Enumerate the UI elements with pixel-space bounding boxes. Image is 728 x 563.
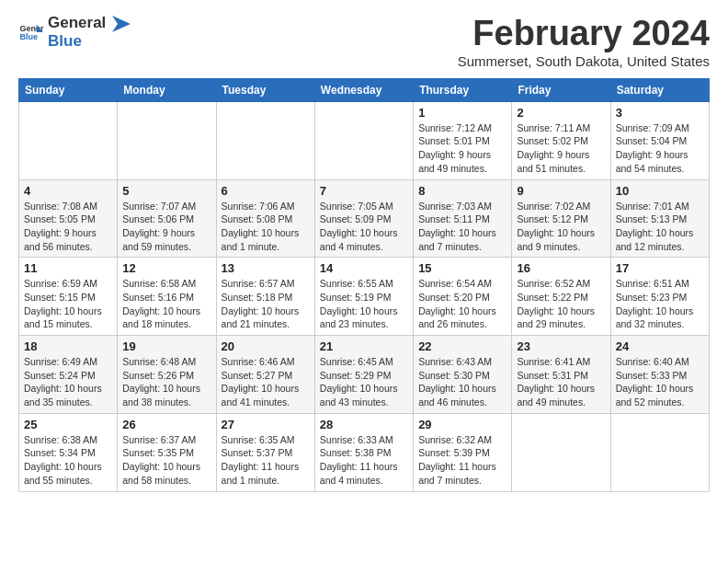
day-info: Sunrise: 7:02 AM Sunset: 5:12 PM Dayligh…	[517, 200, 605, 254]
day-number: 3	[616, 106, 704, 120]
day-number: 22	[418, 339, 506, 353]
calendar-cell	[19, 101, 118, 179]
header-row: SundayMondayTuesdayWednesdayThursdayFrid…	[19, 78, 710, 101]
day-info: Sunrise: 7:05 AM Sunset: 5:09 PM Dayligh…	[320, 200, 408, 254]
day-number: 25	[24, 418, 112, 431]
day-number: 5	[122, 184, 210, 198]
calendar-cell: 20Sunrise: 6:46 AM Sunset: 5:27 PM Dayli…	[216, 336, 314, 414]
week-row-5: 25Sunrise: 6:38 AM Sunset: 5:34 PM Dayli…	[19, 413, 710, 491]
day-number: 9	[517, 184, 605, 198]
day-number: 13	[222, 261, 310, 275]
day-number: 2	[517, 106, 605, 120]
calendar-table: SundayMondayTuesdayWednesdayThursdayFrid…	[18, 78, 710, 492]
day-info: Sunrise: 6:46 AM Sunset: 5:27 PM Dayligh…	[222, 355, 310, 409]
day-info: Sunrise: 6:49 AM Sunset: 5:24 PM Dayligh…	[24, 355, 112, 409]
calendar-cell: 16Sunrise: 6:52 AM Sunset: 5:22 PM Dayli…	[512, 258, 610, 336]
day-number: 26	[122, 418, 210, 431]
calendar-cell: 28Sunrise: 6:33 AM Sunset: 5:38 PM Dayli…	[314, 413, 413, 491]
calendar-cell: 25Sunrise: 6:38 AM Sunset: 5:34 PM Dayli…	[19, 413, 118, 491]
day-number: 8	[418, 184, 506, 198]
calendar-cell: 8Sunrise: 7:03 AM Sunset: 5:11 PM Daylig…	[414, 179, 512, 258]
calendar-cell: 17Sunrise: 6:51 AM Sunset: 5:23 PM Dayli…	[610, 258, 709, 336]
calendar-cell: 22Sunrise: 6:43 AM Sunset: 5:30 PM Dayli…	[414, 336, 512, 414]
week-row-2: 4Sunrise: 7:08 AM Sunset: 5:05 PM Daylig…	[19, 179, 710, 258]
calendar-cell: 2Sunrise: 7:11 AM Sunset: 5:02 PM Daylig…	[512, 101, 610, 179]
day-number: 7	[320, 184, 408, 198]
header-day-friday: Friday	[512, 78, 610, 101]
calendar-cell	[216, 101, 314, 179]
week-row-4: 18Sunrise: 6:49 AM Sunset: 5:24 PM Dayli…	[19, 336, 710, 414]
calendar-cell: 7Sunrise: 7:05 AM Sunset: 5:09 PM Daylig…	[314, 179, 413, 258]
day-info: Sunrise: 6:55 AM Sunset: 5:19 PM Dayligh…	[320, 277, 408, 331]
calendar-cell: 18Sunrise: 6:49 AM Sunset: 5:24 PM Dayli…	[19, 336, 118, 414]
calendar-cell	[314, 101, 413, 179]
logo-icon: General Blue	[18, 19, 44, 45]
week-row-1: 1Sunrise: 7:12 AM Sunset: 5:01 PM Daylig…	[19, 101, 710, 179]
day-info: Sunrise: 7:12 AM Sunset: 5:01 PM Dayligh…	[418, 121, 506, 176]
title-block: February 2024 Summerset, South Dakota, U…	[458, 15, 710, 69]
location-subtitle: Summerset, South Dakota, United States	[458, 53, 710, 69]
calendar-cell: 4Sunrise: 7:08 AM Sunset: 5:05 PM Daylig…	[19, 179, 118, 258]
day-number: 23	[517, 339, 605, 353]
calendar-cell: 9Sunrise: 7:02 AM Sunset: 5:12 PM Daylig…	[512, 179, 610, 258]
calendar-cell: 23Sunrise: 6:41 AM Sunset: 5:31 PM Dayli…	[512, 336, 610, 414]
calendar-cell: 24Sunrise: 6:40 AM Sunset: 5:33 PM Dayli…	[610, 336, 709, 414]
day-info: Sunrise: 6:38 AM Sunset: 5:34 PM Dayligh…	[24, 433, 112, 488]
calendar-cell: 12Sunrise: 6:58 AM Sunset: 5:16 PM Dayli…	[118, 258, 216, 336]
day-info: Sunrise: 6:43 AM Sunset: 5:30 PM Dayligh…	[418, 355, 506, 409]
day-info: Sunrise: 6:32 AM Sunset: 5:39 PM Dayligh…	[418, 433, 506, 488]
day-number: 15	[418, 261, 506, 275]
calendar-cell: 15Sunrise: 6:54 AM Sunset: 5:20 PM Dayli…	[414, 258, 512, 336]
logo-arrow-icon	[112, 16, 131, 32]
calendar-cell: 3Sunrise: 7:09 AM Sunset: 5:04 PM Daylig…	[610, 101, 709, 179]
calendar-cell: 1Sunrise: 7:12 AM Sunset: 5:01 PM Daylig…	[414, 101, 512, 179]
header-day-monday: Monday	[118, 78, 216, 101]
calendar-cell: 27Sunrise: 6:35 AM Sunset: 5:37 PM Dayli…	[216, 413, 314, 491]
day-number: 4	[24, 184, 112, 198]
logo-general: General	[48, 14, 106, 31]
calendar-cell	[610, 413, 709, 491]
day-info: Sunrise: 7:03 AM Sunset: 5:11 PM Dayligh…	[418, 200, 506, 254]
calendar-cell: 29Sunrise: 6:32 AM Sunset: 5:39 PM Dayli…	[414, 413, 512, 491]
day-info: Sunrise: 7:06 AM Sunset: 5:08 PM Dayligh…	[222, 200, 310, 254]
day-info: Sunrise: 6:52 AM Sunset: 5:22 PM Dayligh…	[517, 277, 605, 331]
calendar-cell: 21Sunrise: 6:45 AM Sunset: 5:29 PM Dayli…	[314, 336, 413, 414]
day-number: 28	[320, 418, 408, 431]
calendar-cell: 10Sunrise: 7:01 AM Sunset: 5:13 PM Dayli…	[610, 179, 709, 258]
day-info: Sunrise: 6:33 AM Sunset: 5:38 PM Dayligh…	[320, 433, 408, 488]
header-day-sunday: Sunday	[19, 78, 118, 101]
calendar-cell	[512, 413, 610, 491]
day-info: Sunrise: 7:08 AM Sunset: 5:05 PM Dayligh…	[24, 200, 112, 254]
day-number: 24	[616, 339, 704, 353]
calendar-cell: 11Sunrise: 6:59 AM Sunset: 5:15 PM Dayli…	[19, 258, 118, 336]
header-day-saturday: Saturday	[610, 78, 709, 101]
calendar-cell: 6Sunrise: 7:06 AM Sunset: 5:08 PM Daylig…	[216, 179, 314, 258]
day-info: Sunrise: 6:54 AM Sunset: 5:20 PM Dayligh…	[418, 277, 506, 331]
day-number: 19	[122, 339, 210, 353]
calendar-body: 1Sunrise: 7:12 AM Sunset: 5:01 PM Daylig…	[19, 101, 710, 491]
day-info: Sunrise: 7:07 AM Sunset: 5:06 PM Dayligh…	[122, 200, 210, 254]
day-number: 6	[222, 184, 310, 198]
day-info: Sunrise: 6:45 AM Sunset: 5:29 PM Dayligh…	[320, 355, 408, 409]
svg-text:Blue: Blue	[19, 33, 38, 42]
month-title: February 2024	[458, 15, 710, 53]
header: General Blue General Blue February 2024 …	[18, 15, 710, 69]
calendar-header: SundayMondayTuesdayWednesdayThursdayFrid…	[19, 78, 710, 101]
calendar-cell: 13Sunrise: 6:57 AM Sunset: 5:18 PM Dayli…	[216, 258, 314, 336]
calendar-cell: 26Sunrise: 6:37 AM Sunset: 5:35 PM Dayli…	[118, 413, 216, 491]
calendar-cell: 5Sunrise: 7:07 AM Sunset: 5:06 PM Daylig…	[118, 179, 216, 258]
day-number: 18	[24, 339, 112, 353]
calendar-cell	[118, 101, 216, 179]
day-info: Sunrise: 6:37 AM Sunset: 5:35 PM Dayligh…	[122, 433, 210, 488]
day-info: Sunrise: 6:59 AM Sunset: 5:15 PM Dayligh…	[24, 277, 112, 331]
day-info: Sunrise: 7:01 AM Sunset: 5:13 PM Dayligh…	[616, 200, 704, 254]
calendar-cell: 19Sunrise: 6:48 AM Sunset: 5:26 PM Dayli…	[118, 336, 216, 414]
week-row-3: 11Sunrise: 6:59 AM Sunset: 5:15 PM Dayli…	[19, 258, 710, 336]
calendar-cell: 14Sunrise: 6:55 AM Sunset: 5:19 PM Dayli…	[314, 258, 413, 336]
day-number: 12	[122, 261, 210, 275]
day-number: 11	[24, 261, 112, 275]
day-number: 14	[320, 261, 408, 275]
day-number: 16	[517, 261, 605, 275]
day-number: 21	[320, 339, 408, 353]
day-info: Sunrise: 6:48 AM Sunset: 5:26 PM Dayligh…	[122, 355, 210, 409]
